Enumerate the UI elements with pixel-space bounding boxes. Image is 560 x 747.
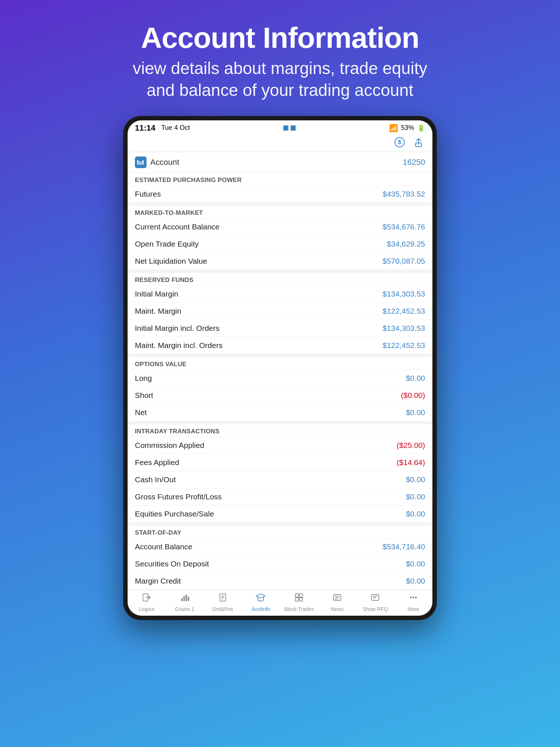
tab-bar: LogoutGrains 1Ord&PosAcctInfoBlock Trade… bbox=[128, 590, 432, 616]
svg-rect-4 bbox=[181, 598, 183, 601]
row-label: Gross Futures Profit/Loss bbox=[135, 492, 222, 501]
share-icon[interactable] bbox=[412, 136, 425, 149]
section-divider bbox=[128, 270, 432, 273]
row-value: $435,783.52 bbox=[382, 190, 425, 198]
data-row-marked-to-market-2: Net Liquidation Value$570,087.05 bbox=[128, 253, 432, 270]
data-row-estimated-purchasing-power-0: Futures$435,783.52 bbox=[128, 186, 432, 203]
promo-subtitle: view details about margins, trade equity… bbox=[133, 58, 427, 101]
tab-label-logout: Logout bbox=[139, 606, 155, 612]
data-row-options-value-2: Net$0.00 bbox=[128, 404, 432, 421]
account-number: 16250 bbox=[403, 158, 425, 167]
row-value: $122,452.53 bbox=[382, 341, 425, 350]
row-label: Maint. Margin bbox=[135, 307, 181, 316]
row-value: $34,629.25 bbox=[387, 240, 425, 248]
svg-point-25 bbox=[415, 596, 417, 598]
row-label: Initial Margin incl. Orders bbox=[135, 324, 219, 333]
svg-rect-15 bbox=[299, 598, 303, 601]
row-label: Initial Margin bbox=[135, 290, 178, 298]
svg-point-23 bbox=[410, 596, 412, 598]
section-divider bbox=[128, 421, 432, 424]
chart-icon bbox=[180, 592, 190, 605]
device-screen: 11:14 Tue 4 Oct 📶 53% 🔋 $ bbox=[128, 120, 432, 616]
account-content: ESTIMATED PURCHASING POWERFutures$435,78… bbox=[128, 173, 432, 590]
promo-header: Account Information view details about m… bbox=[104, 0, 456, 116]
data-row-intraday-transactions-3: Gross Futures Profit/Loss$0.00 bbox=[128, 488, 432, 506]
tab-label-grains1: Grains 1 bbox=[175, 606, 194, 612]
orders-icon bbox=[218, 592, 228, 605]
row-label: Maint. Margin incl. Orders bbox=[135, 341, 222, 350]
data-row-intraday-transactions-2: Cash In/Out$0.00 bbox=[128, 471, 432, 488]
row-label: Securities On Deposit bbox=[135, 560, 209, 568]
row-value: $0.00 bbox=[406, 510, 425, 518]
row-value: ($0.00) bbox=[401, 391, 425, 400]
battery-icon: 🔋 bbox=[417, 124, 425, 132]
tab-showrfq[interactable]: Show RFQ bbox=[361, 592, 390, 612]
section-header-start-of-day: START-OF-DAY bbox=[128, 526, 432, 538]
account-header-row: Account 16250 bbox=[128, 152, 432, 173]
row-label: Fees Applied bbox=[135, 458, 179, 467]
svg-rect-12 bbox=[295, 594, 299, 597]
row-value: $122,452.53 bbox=[382, 307, 425, 316]
row-value: $134,303.53 bbox=[382, 290, 425, 298]
row-label: Equities Purchase/Sale bbox=[135, 510, 214, 518]
row-value: $0.00 bbox=[406, 560, 425, 568]
svg-point-24 bbox=[412, 596, 414, 598]
svg-text:$: $ bbox=[398, 139, 401, 145]
data-row-reserved-funds-1: Maint. Margin$122,452.53 bbox=[128, 303, 432, 320]
row-value: $0.00 bbox=[406, 475, 425, 484]
tab-label-showrfq: Show RFQ bbox=[363, 606, 388, 612]
row-value: $134,303.53 bbox=[382, 324, 425, 333]
promo-title: Account Information bbox=[133, 22, 427, 54]
block-icon bbox=[294, 592, 304, 605]
tab-logout[interactable]: Logout bbox=[132, 592, 161, 612]
data-row-start-of-day-0: Account Balance$534,716.40 bbox=[128, 538, 432, 556]
section-divider bbox=[128, 203, 432, 206]
data-row-start-of-day-2: Margin Credit$0.00 bbox=[128, 573, 432, 590]
wifi-icon: 📶 bbox=[389, 124, 398, 132]
row-label: Net Liquidation Value bbox=[135, 257, 207, 266]
row-label: Commission Applied bbox=[135, 441, 204, 450]
section-header-intraday-transactions: INTRADAY TRANSACTIONS bbox=[128, 424, 432, 437]
section-header-marked-to-market: MARKED-TO-MARKET bbox=[128, 206, 432, 218]
row-value: $0.00 bbox=[406, 408, 425, 417]
dot2 bbox=[291, 125, 296, 131]
row-label: Open Trade Equity bbox=[135, 240, 199, 248]
tab-grains1[interactable]: Grains 1 bbox=[170, 592, 199, 612]
svg-rect-7 bbox=[188, 597, 189, 601]
row-value: ($14.64) bbox=[397, 458, 425, 467]
section-header-estimated-purchasing-power: ESTIMATED PURCHASING POWER bbox=[128, 173, 432, 186]
row-value: $0.00 bbox=[406, 374, 425, 383]
data-row-marked-to-market-1: Open Trade Equity$34,629.25 bbox=[128, 236, 432, 253]
status-right: 📶 53% 🔋 bbox=[389, 124, 425, 132]
data-row-intraday-transactions-0: Commission Applied($25.00) bbox=[128, 437, 432, 454]
data-row-options-value-1: Short($0.00) bbox=[128, 387, 432, 404]
row-label: Cash In/Out bbox=[135, 475, 176, 484]
svg-rect-20 bbox=[372, 595, 379, 600]
data-row-intraday-transactions-4: Equities Purchase/Sale$0.00 bbox=[128, 506, 432, 523]
dollar-icon[interactable]: $ bbox=[393, 136, 406, 149]
device-frame: 11:14 Tue 4 Oct 📶 53% 🔋 $ bbox=[123, 116, 437, 620]
data-row-intraday-transactions-1: Fees Applied($14.64) bbox=[128, 454, 432, 471]
row-value: ($25.00) bbox=[397, 441, 425, 450]
row-value: $534,716.40 bbox=[382, 542, 425, 551]
row-value: $570,087.05 bbox=[382, 257, 425, 266]
row-label: Account Balance bbox=[135, 542, 192, 551]
tab-news[interactable]: News bbox=[323, 592, 352, 612]
toolbar: $ bbox=[128, 134, 432, 152]
row-value: $534,676.76 bbox=[382, 222, 425, 231]
row-value: $0.00 bbox=[406, 577, 425, 585]
tab-blocktrades[interactable]: Block Trades bbox=[284, 592, 314, 612]
tab-label-news: News bbox=[331, 606, 343, 612]
tab-more[interactable]: More bbox=[399, 592, 428, 612]
rfq-icon bbox=[370, 592, 380, 605]
tab-ordpos[interactable]: Ord&Pos bbox=[208, 592, 237, 612]
row-label: Short bbox=[135, 391, 153, 400]
more-icon bbox=[408, 592, 419, 605]
data-row-start-of-day-1: Securities On Deposit$0.00 bbox=[128, 556, 432, 573]
tab-label-acctinfo: AcctInfo bbox=[252, 606, 270, 612]
section-header-options-value: OPTIONS VALUE bbox=[128, 357, 432, 370]
account-icon bbox=[135, 156, 147, 168]
svg-rect-6 bbox=[186, 595, 187, 601]
tab-acctinfo[interactable]: AcctInfo bbox=[246, 592, 275, 612]
balance-icon bbox=[256, 592, 266, 605]
